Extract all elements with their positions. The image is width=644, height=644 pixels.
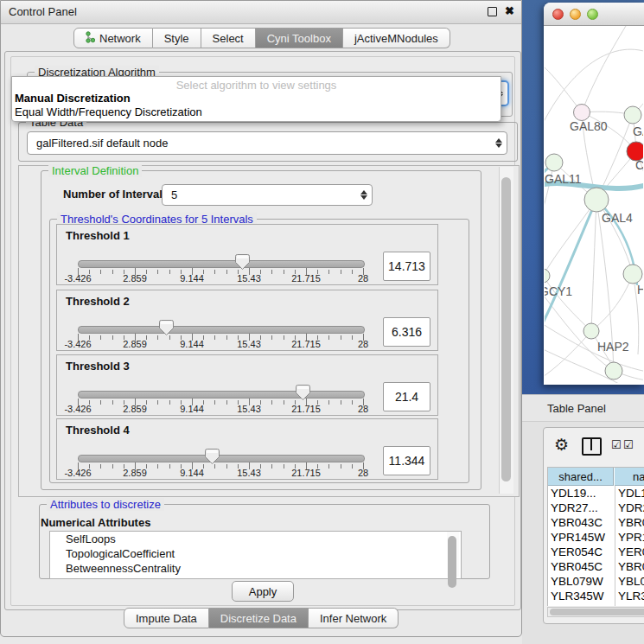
table-data-combobox[interactable]: galFiltered.sif default node — [27, 131, 507, 155]
popup-option-equal-width-frequency[interactable]: Equal Width/Frequency Discretization — [15, 105, 498, 118]
network-node-node[interactable] — [583, 323, 599, 339]
checkbox-icon[interactable]: ☑ — [611, 438, 622, 451]
slider-track[interactable] — [78, 455, 365, 462]
cell-shared-name[interactable]: YER054C — [551, 545, 613, 558]
network-window-titlebar[interactable] — [544, 3, 644, 26]
table-panel: ⚙ ☑ ☑ shared... name YDL19...YDL1YDR27..… — [543, 427, 644, 624]
attribute-list-item[interactable]: SelfLoops — [50, 532, 461, 546]
tab-infer-network[interactable]: Infer Network — [309, 608, 399, 628]
table-row[interactable]: YBL079WYBL0 — [548, 575, 644, 590]
number-of-intervals-combobox[interactable]: 5 — [162, 184, 373, 206]
threshold-value-field[interactable]: 14.713 — [383, 252, 430, 281]
cell-shared-name[interactable]: YBR043C — [551, 516, 613, 529]
cell-shared-name[interactable]: YBL079W — [551, 575, 613, 588]
cell-name[interactable]: YBR0 — [618, 516, 644, 529]
numerical-attributes-list[interactable]: SelfLoopsTopologicalCoefficientBetweenne… — [49, 531, 462, 579]
apply-button[interactable]: Apply — [232, 581, 294, 602]
cell-name[interactable]: YER0 — [618, 545, 644, 558]
slider-tick — [112, 335, 113, 340]
network-edge[interactable] — [545, 61, 582, 112]
tab-style[interactable]: Style — [153, 28, 201, 48]
network-canvas[interactable]: GAL80GACGAL11GAL4GCY1HAHAP2 — [545, 26, 643, 383]
cell-name[interactable]: YDL1 — [618, 487, 644, 500]
cell-shared-name[interactable]: YDL19... — [551, 487, 613, 500]
table-row[interactable]: YDR27...YDR2 — [548, 501, 644, 516]
network-node-node[interactable] — [545, 269, 550, 283]
scrollbar-thumb[interactable] — [448, 536, 456, 588]
tab-jactivemnodules[interactable]: jActiveMNodules — [343, 28, 450, 48]
slider-handle[interactable] — [235, 253, 250, 271]
network-edge[interactable] — [591, 274, 633, 331]
table-row[interactable]: YBR045CYBR0 — [548, 560, 644, 575]
table-row[interactable]: YBR043CYBR0 — [548, 516, 644, 531]
network-edge[interactable] — [582, 26, 631, 112]
network-node-node[interactable] — [605, 362, 622, 379]
threshold-value-field[interactable]: 6.316 — [383, 317, 430, 347]
cell-name[interactable]: YLR3 — [618, 590, 644, 603]
threshold-value-field[interactable]: 21.4 — [383, 382, 430, 411]
attribute-list-item[interactable]: TopologicalCoefficient — [50, 546, 461, 561]
threshold-value-field[interactable]: 11.344 — [383, 446, 430, 475]
slider-tick — [271, 464, 272, 469]
table-panel-titlebar[interactable]: Table Panel — [522, 394, 644, 422]
tab-select[interactable]: Select — [201, 28, 256, 48]
attributes-vertical-scrollbar[interactable] — [447, 532, 459, 577]
tab-network[interactable]: Network — [73, 28, 153, 48]
close-icon[interactable]: ✖ — [505, 4, 514, 17]
table-row[interactable]: YDL19...YDL1 — [548, 487, 644, 501]
network-edge[interactable] — [591, 200, 596, 331]
slider-handle[interactable] — [159, 319, 174, 336]
attribute-list-item[interactable]: BetweennessCentrality — [50, 561, 461, 576]
network-node-pink[interactable] — [574, 105, 590, 121]
zoom-traffic-light-icon[interactable] — [587, 9, 598, 20]
cell-shared-name[interactable]: YBR045C — [551, 560, 613, 573]
network-node-node[interactable] — [545, 154, 563, 171]
slider-track[interactable] — [78, 391, 365, 399]
table-row[interactable]: YLR345WYLR3 — [548, 590, 644, 604]
table-horizontal-scrollbar[interactable] — [547, 607, 644, 617]
slider-tick-label: 2.859 — [123, 273, 147, 284]
cell-shared-name[interactable]: YPR145W — [551, 531, 613, 544]
minimize-traffic-light-icon[interactable] — [570, 9, 581, 20]
cell-shared-name[interactable]: YLR345W — [551, 590, 613, 603]
cell-name[interactable]: YBR0 — [618, 560, 644, 573]
slider-tick-label: -3.426 — [64, 339, 91, 349]
scrollbar-thumb[interactable] — [550, 609, 644, 615]
table-row[interactable]: YIL052CYIL0 — [548, 604, 644, 606]
slider-handle[interactable] — [296, 384, 310, 401]
slider-tick — [226, 400, 227, 405]
network-edge[interactable] — [545, 331, 591, 380]
slider-track[interactable] — [78, 326, 365, 334]
column-header-name[interactable]: name — [615, 468, 644, 486]
network-view-window: GAL80GACGAL11GAL4GCY1HAHAP2 — [544, 3, 644, 385]
network-node-node[interactable] — [623, 265, 642, 284]
network-node-node[interactable] — [584, 188, 609, 212]
gear-icon[interactable]: ⚙ — [554, 435, 569, 454]
column-header-shared-name[interactable]: shared... — [548, 468, 614, 486]
tab-cyni-toolbox[interactable]: Cyni Toolbox — [256, 28, 343, 48]
cell-name[interactable]: YDR2 — [618, 501, 644, 514]
scrollbar-thumb[interactable] — [501, 177, 511, 481]
float-window-icon[interactable] — [488, 7, 497, 16]
tab-discretize-data[interactable]: Discretize Data — [209, 608, 309, 628]
network-node-node[interactable] — [624, 106, 641, 124]
split-columns-icon[interactable] — [582, 437, 602, 456]
checkbox-icon[interactable]: ☑ — [623, 438, 634, 451]
table-row[interactable]: YER054CYER0 — [548, 545, 644, 560]
tab-jactivemnodules-label: jActiveMNodules — [354, 32, 438, 45]
control-panel-titlebar[interactable]: Control Panel ✖ — [1, 1, 521, 24]
cell-shared-name[interactable]: YIL052C — [551, 604, 613, 606]
slider-track[interactable] — [78, 260, 365, 268]
popup-option-manual-discretization[interactable]: Manual Discretization — [15, 92, 498, 105]
cell-name[interactable]: YBL0 — [618, 575, 644, 588]
node-attribute-table[interactable]: shared... name YDL19...YDL1YDR27...YDR2Y… — [547, 467, 644, 606]
slider-handle[interactable] — [205, 448, 220, 465]
interval-vertical-scrollbar[interactable] — [499, 167, 513, 494]
table-row[interactable]: YPR145WYPR1 — [548, 531, 644, 545]
cell-name[interactable]: YPR1 — [618, 531, 644, 544]
cell-shared-name[interactable]: YDR27... — [551, 501, 613, 514]
cell-name[interactable]: YIL0 — [618, 604, 644, 606]
network-edge[interactable] — [545, 200, 596, 276]
close-traffic-light-icon[interactable] — [552, 9, 564, 20]
tab-impute-data[interactable]: Impute Data — [124, 608, 209, 628]
